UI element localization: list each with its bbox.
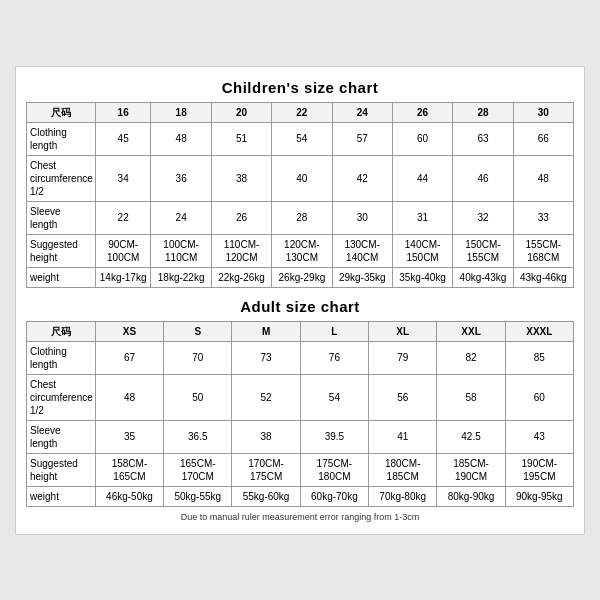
column-header: 16 <box>95 102 151 122</box>
table-cell: 43kg-46kg <box>513 267 573 287</box>
table-cell: 32 <box>453 201 513 234</box>
table-cell: 56 <box>369 374 437 420</box>
table-cell: 48 <box>95 374 163 420</box>
table-cell: 28 <box>272 201 332 234</box>
table-cell: 26kg-29kg <box>272 267 332 287</box>
row-label: Suggested height <box>27 234 96 267</box>
column-header: XXXL <box>505 321 573 341</box>
row-label: Clothing length <box>27 341 96 374</box>
footnote-text: Due to manual ruler measurement error ra… <box>26 512 574 522</box>
row-label: weight <box>27 486 96 506</box>
table-cell: 33 <box>513 201 573 234</box>
table-cell: 35 <box>95 420 163 453</box>
table-cell: 46 <box>453 155 513 201</box>
table-cell: 31 <box>392 201 452 234</box>
column-header: 28 <box>453 102 513 122</box>
table-cell: 30 <box>332 201 392 234</box>
row-label: Chest circumference 1/2 <box>27 374 96 420</box>
row-label: Clothing length <box>27 122 96 155</box>
column-header: XXL <box>437 321 505 341</box>
table-cell: 180CM-185CM <box>369 453 437 486</box>
table-cell: 38 <box>211 155 271 201</box>
table-cell: 185CM-190CM <box>437 453 505 486</box>
table-cell: 42 <box>332 155 392 201</box>
table-cell: 60 <box>392 122 452 155</box>
row-label: weight <box>27 267 96 287</box>
row-label: Sleeve length <box>27 201 96 234</box>
column-header: 20 <box>211 102 271 122</box>
adult-size-table: 尺码XSSMLXLXXLXXXLClothing length677073767… <box>26 321 574 507</box>
column-header: XL <box>369 321 437 341</box>
table-cell: 70kg-80kg <box>369 486 437 506</box>
table-cell: 26 <box>211 201 271 234</box>
table-cell: 63 <box>453 122 513 155</box>
row-label: Chest circumference 1/2 <box>27 155 96 201</box>
table-cell: 100CM-110CM <box>151 234 211 267</box>
table-cell: 50kg-55kg <box>164 486 232 506</box>
column-header: 24 <box>332 102 392 122</box>
table-row: Clothing length67707376798285 <box>27 341 574 374</box>
column-header: 尺码 <box>27 102 96 122</box>
table-cell: 22kg-26kg <box>211 267 271 287</box>
table-cell: 51 <box>211 122 271 155</box>
table-cell: 158CM-165CM <box>95 453 163 486</box>
table-cell: 36 <box>151 155 211 201</box>
table-cell: 165CM-170CM <box>164 453 232 486</box>
table-cell: 80kg-90kg <box>437 486 505 506</box>
column-header: 22 <box>272 102 332 122</box>
table-cell: 54 <box>300 374 368 420</box>
table-row: Chest circumference 1/23436384042444648 <box>27 155 574 201</box>
table-cell: 90kg-95kg <box>505 486 573 506</box>
table-cell: 155CM-168CM <box>513 234 573 267</box>
table-row: weight46kg-50kg50kg-55kg55kg-60kg60kg-70… <box>27 486 574 506</box>
column-header: XS <box>95 321 163 341</box>
table-cell: 85 <box>505 341 573 374</box>
adult-chart-title: Adult size chart <box>26 298 574 315</box>
table-cell: 40kg-43kg <box>453 267 513 287</box>
children-chart-title: Children's size chart <box>26 79 574 96</box>
table-cell: 48 <box>151 122 211 155</box>
table-cell: 14kg-17kg <box>95 267 151 287</box>
table-cell: 140CM-150CM <box>392 234 452 267</box>
table-cell: 175CM-180CM <box>300 453 368 486</box>
table-cell: 39.5 <box>300 420 368 453</box>
table-cell: 190CM-195CM <box>505 453 573 486</box>
table-cell: 44 <box>392 155 452 201</box>
table-cell: 90CM-100CM <box>95 234 151 267</box>
table-row: Suggested height158CM-165CM165CM-170CM17… <box>27 453 574 486</box>
children-size-table: 尺码1618202224262830Clothing length4548515… <box>26 102 574 288</box>
table-cell: 24 <box>151 201 211 234</box>
table-cell: 79 <box>369 341 437 374</box>
row-label: Sleeve length <box>27 420 96 453</box>
table-cell: 42.5 <box>437 420 505 453</box>
table-cell: 40 <box>272 155 332 201</box>
table-cell: 43 <box>505 420 573 453</box>
row-label: Suggested height <box>27 453 96 486</box>
table-cell: 50 <box>164 374 232 420</box>
table-cell: 170CM-175CM <box>232 453 300 486</box>
table-cell: 60kg-70kg <box>300 486 368 506</box>
table-cell: 58 <box>437 374 505 420</box>
column-header: L <box>300 321 368 341</box>
table-cell: 46kg-50kg <box>95 486 163 506</box>
table-cell: 38 <box>232 420 300 453</box>
table-cell: 45 <box>95 122 151 155</box>
column-header: 尺码 <box>27 321 96 341</box>
table-cell: 66 <box>513 122 573 155</box>
column-header: 30 <box>513 102 573 122</box>
table-cell: 35kg-40kg <box>392 267 452 287</box>
column-header: 18 <box>151 102 211 122</box>
table-cell: 57 <box>332 122 392 155</box>
table-cell: 120CM-130CM <box>272 234 332 267</box>
table-cell: 76 <box>300 341 368 374</box>
table-cell: 54 <box>272 122 332 155</box>
table-cell: 70 <box>164 341 232 374</box>
table-cell: 29kg-35kg <box>332 267 392 287</box>
table-cell: 22 <box>95 201 151 234</box>
column-header: 26 <box>392 102 452 122</box>
table-cell: 73 <box>232 341 300 374</box>
column-header: S <box>164 321 232 341</box>
table-cell: 36.5 <box>164 420 232 453</box>
table-cell: 67 <box>95 341 163 374</box>
table-cell: 110CM-120CM <box>211 234 271 267</box>
